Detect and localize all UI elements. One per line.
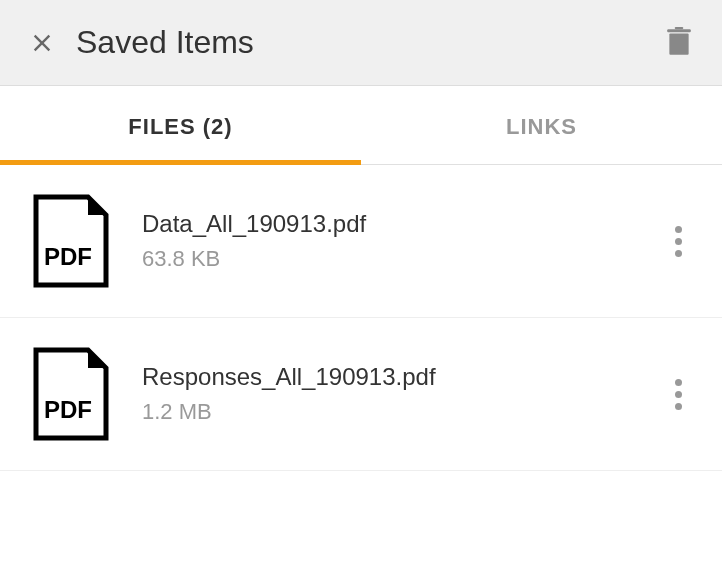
tab-links[interactable]: LINKS — [361, 86, 722, 164]
tabs: FILES (2) LINKS — [0, 86, 722, 165]
svg-rect-2 — [669, 33, 688, 54]
file-item[interactable]: PDF Responses_All_190913.pdf 1.2 MB — [0, 318, 722, 471]
trash-icon[interactable] — [666, 27, 694, 59]
header: Saved Items — [0, 0, 722, 86]
more-options-icon[interactable] — [666, 218, 690, 265]
tab-files[interactable]: FILES (2) — [0, 86, 361, 164]
page-title: Saved Items — [76, 24, 666, 61]
more-options-icon[interactable] — [666, 371, 690, 418]
pdf-file-icon: PDF — [32, 193, 110, 289]
file-size: 63.8 KB — [142, 246, 666, 272]
svg-rect-3 — [667, 29, 691, 32]
file-name: Data_All_190913.pdf — [142, 210, 666, 238]
file-info: Responses_All_190913.pdf 1.2 MB — [142, 363, 666, 425]
file-name: Responses_All_190913.pdf — [142, 363, 666, 391]
close-icon[interactable] — [28, 29, 56, 57]
file-info: Data_All_190913.pdf 63.8 KB — [142, 210, 666, 272]
file-size: 1.2 MB — [142, 399, 666, 425]
pdf-file-icon: PDF — [32, 346, 110, 442]
file-item[interactable]: PDF Data_All_190913.pdf 63.8 KB — [0, 165, 722, 318]
svg-text:PDF: PDF — [44, 243, 92, 270]
svg-rect-4 — [675, 27, 684, 29]
file-list: PDF Data_All_190913.pdf 63.8 KB PDF Resp… — [0, 165, 722, 471]
svg-text:PDF: PDF — [44, 396, 92, 423]
